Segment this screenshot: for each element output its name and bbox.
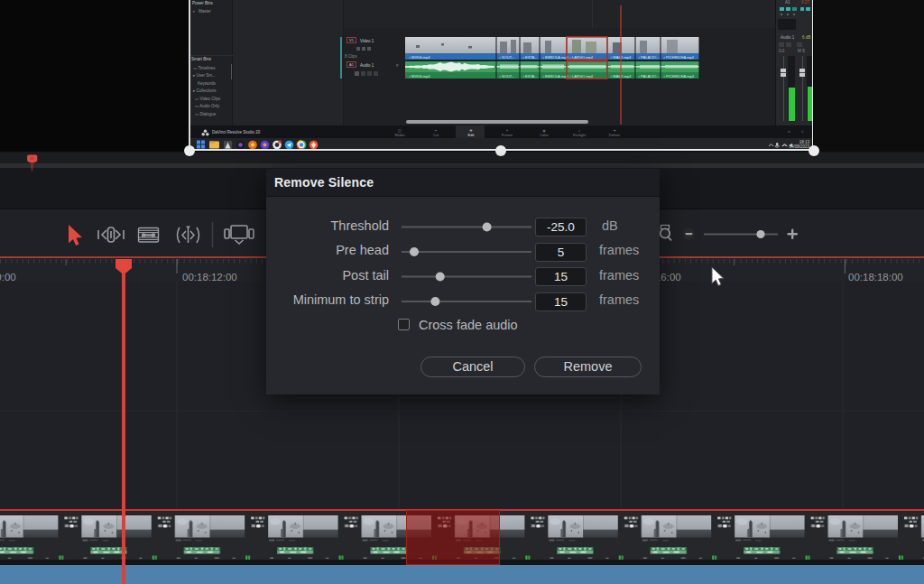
svg-text:♪ LARGO.mp4: ♪ LARGO.mp4 <box>569 74 594 79</box>
svg-text:00:18:10:00: 00:18:10:00 <box>0 272 16 283</box>
svg-text:♪ EMSOLA.mp4: ♪ EMSOLA.mp4 <box>542 74 568 79</box>
svg-text:♪ MVI06.mp4: ♪ MVI06.mp4 <box>409 55 430 60</box>
svg-text:♪ ESTA...: ♪ ESTA... <box>522 55 538 60</box>
svg-text:♪ PICHINCHA.mp4: ♪ PICHINCHA.mp4 <box>663 74 695 79</box>
svg-text:♪ MVI06.mp4: ♪ MVI06.mp4 <box>409 74 430 79</box>
svg-text:00:18:18:00: 00:18:18:00 <box>848 272 903 283</box>
svg-text:00:18:12:00: 00:18:12:00 <box>182 272 237 283</box>
svg-text:♪ PALACIO...: ♪ PALACIO... <box>638 74 660 79</box>
svg-text:♪ EMSOLA.mp4: ♪ EMSOLA.mp4 <box>542 55 568 60</box>
svg-text:♪ PALACIO...: ♪ PALACIO... <box>638 55 660 60</box>
svg-text:♪ SOUT...: ♪ SOUT... <box>499 74 514 79</box>
svg-text:♪ ESTA...: ♪ ESTA... <box>522 74 538 79</box>
svg-text:♪ PICHINCHA.mp4: ♪ PICHINCHA.mp4 <box>663 55 695 60</box>
svg-text:♪ SOUT...: ♪ SOUT... <box>499 55 514 60</box>
svg-text:♪ LARGO.mp4: ♪ LARGO.mp4 <box>569 55 594 60</box>
